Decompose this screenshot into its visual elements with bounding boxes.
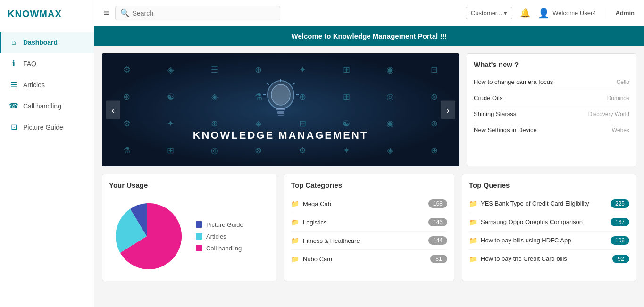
topbar-right: Customer... ▾ 🔔 👤 Welcome User4 Admin xyxy=(466,7,635,19)
whats-new-item[interactable]: New Settings in Device Webex xyxy=(474,122,629,138)
carousel: ⚙ ◈ ☰ ⊕ ✦ ⊞ ◉ ⊟ ⊛ ☯ ◈ ⚗ ⊕ ⊞ ◎ xyxy=(102,53,459,166)
tech-icon: ◉ xyxy=(369,111,411,136)
banner-text: Welcome to Knowledge Management Portal !… xyxy=(292,32,447,40)
query-item[interactable]: 📁 How to pay bills using HDFC App 106 xyxy=(469,232,629,250)
welcome-banner: Welcome to Knowledge Management Portal !… xyxy=(94,26,644,46)
customer-dropdown-label: Customer... xyxy=(471,9,502,17)
category-left: 📁 Mega Cab xyxy=(291,200,331,207)
query-count: 106 xyxy=(611,236,629,245)
category-label: Logistics xyxy=(303,219,327,226)
main-content: ≡ 🔍 Customer... ▾ 🔔 👤 Welcome User4 Admi… xyxy=(94,0,644,307)
category-left: 📁 Nubo Cam xyxy=(291,255,332,263)
query-item[interactable]: 📁 YES Bank Type of Credit Card Eligibili… xyxy=(469,195,629,213)
query-item[interactable]: 📁 How to pay the Credit Card bills 92 xyxy=(469,250,629,268)
tech-icon: ◉ xyxy=(369,57,411,82)
query-item[interactable]: 📁 Samsung Oppo Oneplus Comparison 167 xyxy=(469,213,629,232)
carousel-title: KNOWLEDGE MANAGEMENT xyxy=(193,129,368,141)
whats-new-item-brand: Webex xyxy=(612,127,629,133)
content-area: ⚙ ◈ ☰ ⊕ ✦ ⊞ ◉ ⊟ ⊛ ☯ ◈ ⚗ ⊕ ⊞ ◎ xyxy=(94,46,644,307)
category-item[interactable]: 📁 Fitness & Healthcare 144 xyxy=(291,232,447,250)
lightbulb-icon xyxy=(262,78,300,125)
query-count: 167 xyxy=(611,218,629,226)
tech-icon: ◎ xyxy=(369,84,411,109)
sidebar-item-label: Call handling xyxy=(23,102,61,110)
sidebar-item-picture-guide[interactable]: ⊡ Picture Guide xyxy=(0,116,94,138)
folder-icon: 📁 xyxy=(469,255,477,263)
category-label: Fitness & Healthcare xyxy=(303,237,360,244)
logo-text: KNOWMAX xyxy=(8,8,62,19)
category-label: Mega Cab xyxy=(303,200,331,207)
whats-new-item[interactable]: Crude Oils Dominos xyxy=(474,90,629,106)
tech-icon: ☯ xyxy=(150,84,192,109)
article-icon: ☰ xyxy=(9,80,18,89)
search-input[interactable] xyxy=(133,9,275,17)
svg-line-8 xyxy=(267,83,269,85)
customer-dropdown[interactable]: Customer... ▾ xyxy=(466,7,512,19)
category-item[interactable]: 📁 Mega Cab 168 xyxy=(291,195,447,213)
hamburger-icon[interactable]: ≡ xyxy=(104,8,109,18)
category-item[interactable]: 📁 Nubo Cam 81 xyxy=(291,250,447,268)
sidebar-item-dashboard[interactable]: ⌂ Dashboard xyxy=(0,32,94,53)
tech-icon: ✦ xyxy=(150,111,192,136)
carousel-prev-button[interactable]: ‹ xyxy=(106,101,120,119)
whats-new-item-brand: Discovery World xyxy=(588,111,629,117)
admin-label: Admin xyxy=(616,9,635,17)
user-avatar-icon: 👤 xyxy=(538,8,550,19)
folder-icon: 📁 xyxy=(291,237,299,244)
top-queries-title: Top Queries xyxy=(469,181,629,189)
folder-icon: 📁 xyxy=(291,200,299,207)
sidebar: KNOWMAX ⌂ Dashboard ℹ FAQ ☰ Articles ☎ C… xyxy=(0,0,94,307)
legend-label: Articles xyxy=(206,233,226,240)
sidebar-item-faq[interactable]: ℹ FAQ xyxy=(0,53,94,74)
query-left: 📁 How to pay bills using HDFC App xyxy=(469,237,607,245)
svg-rect-4 xyxy=(278,115,284,116)
legend-label: Picture Guide xyxy=(206,221,243,228)
your-usage-panel: Your Usage xyxy=(102,174,276,281)
top-categories-title: Top Categories xyxy=(291,181,447,189)
query-left: 📁 Samsung Oppo Oneplus Comparison xyxy=(469,218,607,226)
svg-rect-2 xyxy=(276,108,285,110)
bell-icon[interactable]: 🔔 xyxy=(520,8,530,18)
query-left: 📁 How to pay the Credit Card bills xyxy=(469,255,609,263)
carousel-next-button[interactable]: › xyxy=(441,101,455,119)
sidebar-item-call-handling[interactable]: ☎ Call handling xyxy=(0,95,94,116)
legend-item-call-handling: Call handling xyxy=(196,245,243,252)
tech-icon: ⚙ xyxy=(106,57,148,82)
query-label: How to pay bills using HDFC App xyxy=(481,237,571,245)
legend-label: Call handling xyxy=(206,245,242,252)
folder-icon: 📁 xyxy=(469,200,477,207)
whats-new-item[interactable]: Shining Starsss Discovery World xyxy=(474,106,629,122)
pie-chart-container: Picture Guide Articles Call handling xyxy=(109,195,269,274)
whats-new-item[interactable]: How to change camera focus Cello xyxy=(474,74,629,90)
user-info: 👤 Welcome User4 xyxy=(538,8,596,19)
tech-icon: ⚗ xyxy=(106,138,148,163)
sidebar-nav: ⌂ Dashboard ℹ FAQ ☰ Articles ☎ Call hand… xyxy=(0,28,94,138)
topbar: ≡ 🔍 Customer... ▾ 🔔 👤 Welcome User4 Admi… xyxy=(94,0,644,26)
bottom-panels: Your Usage xyxy=(102,174,636,281)
category-count: 168 xyxy=(428,199,447,208)
query-count: 225 xyxy=(611,199,629,208)
svg-rect-3 xyxy=(277,111,284,114)
logo: KNOWMAX xyxy=(0,0,94,28)
pie-chart xyxy=(109,199,184,274)
pie-legend: Picture Guide Articles Call handling xyxy=(196,221,243,252)
whats-new-item-brand: Dominos xyxy=(607,95,629,101)
sidebar-item-articles[interactable]: ☰ Articles xyxy=(0,74,94,95)
carousel-content: KNOWLEDGE MANAGEMENT xyxy=(193,78,368,141)
category-count: 144 xyxy=(428,236,447,245)
tech-icon: ◈ xyxy=(150,57,192,82)
phone-icon: ☎ xyxy=(9,101,18,110)
category-item[interactable]: 📁 Logistics 146 xyxy=(291,213,447,232)
chevron-down-icon: ▾ xyxy=(504,9,507,17)
legend-color-articles xyxy=(196,233,202,240)
top-categories-panel: Top Categories 📁 Mega Cab 168 📁 Logistic… xyxy=(284,174,454,281)
sidebar-item-label: FAQ xyxy=(23,60,36,67)
info-icon: ℹ xyxy=(9,59,18,68)
top-queries-panel: Top Queries 📁 YES Bank Type of Credit Ca… xyxy=(462,174,636,281)
query-left: 📁 YES Bank Type of Credit Card Eligibili… xyxy=(469,200,607,208)
home-icon: ⌂ xyxy=(9,38,18,47)
search-bar[interactable]: 🔍 xyxy=(115,6,280,20)
tech-icon: ⊟ xyxy=(413,57,455,82)
legend-item-articles: Articles xyxy=(196,233,243,240)
legend-color-call-handling xyxy=(196,245,202,251)
